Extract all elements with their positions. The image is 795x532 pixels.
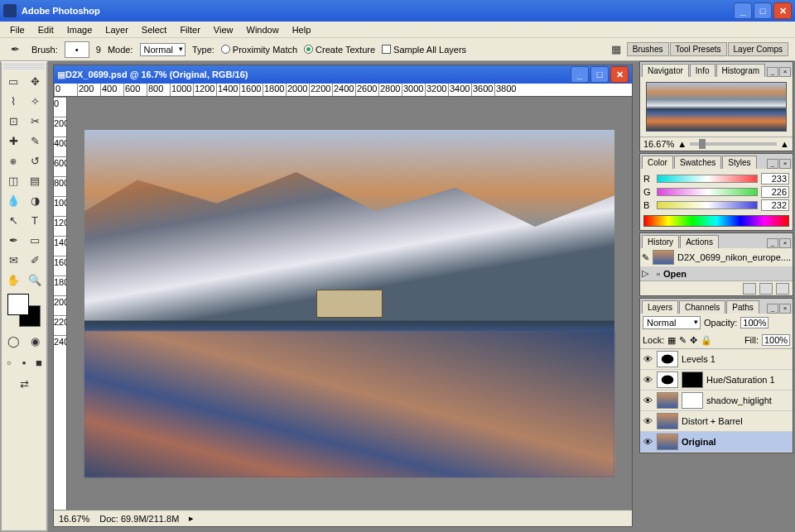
shape-tool[interactable]: ▭ [25, 231, 45, 249]
doc-info-menu[interactable]: ▸ [189, 513, 194, 524]
foreground-color[interactable] [7, 294, 29, 315]
panel-minimize[interactable]: _ [767, 304, 778, 314]
layer-mask-thumb[interactable] [682, 371, 703, 388]
navigator-thumbnail[interactable] [646, 82, 787, 132]
sample-all-checkbox[interactable]: Sample All Layers [382, 45, 466, 55]
visibility-icon[interactable]: 👁 [642, 375, 653, 385]
quickmask-off[interactable]: ◯ [3, 332, 23, 350]
maximize-button[interactable]: □ [754, 2, 772, 19]
menu-layer[interactable]: Layer [99, 23, 135, 36]
gradient-tool[interactable]: ▤ [25, 171, 45, 189]
zoom-level[interactable]: 16.67% [59, 514, 89, 524]
history-snapshot[interactable]: ✎ D2X_0699_nikon_europe.... [640, 248, 793, 266]
tab-layer-comps[interactable]: Layer Comps [728, 42, 788, 56]
visibility-icon[interactable]: 👁 [642, 395, 653, 405]
stamp-tool[interactable]: ⎈ [3, 151, 23, 170]
zoom-in-icon[interactable]: ▲ [780, 139, 789, 149]
panel-close[interactable]: × [779, 159, 791, 169]
marquee-tool[interactable]: ▭ [3, 72, 23, 90]
lock-transparency-icon[interactable]: ▦ [667, 335, 676, 346]
layer-mask-thumb[interactable] [682, 392, 703, 409]
zoom-tool[interactable]: 🔍 [25, 271, 45, 289]
tab-history[interactable]: History [642, 235, 679, 248]
create-texture-radio[interactable]: Create Texture [304, 45, 375, 55]
layer-row[interactable]: 👁 Hue/Saturation 1 [640, 370, 793, 391]
r-value[interactable]: 233 [761, 173, 789, 185]
visibility-icon[interactable]: 👁 [642, 416, 653, 426]
hand-tool[interactable]: ✋ [3, 271, 23, 289]
toolbox-grip[interactable] [3, 64, 45, 70]
history-brush-tool[interactable]: ↺ [25, 151, 45, 170]
brush-tool[interactable]: ✎ [25, 132, 45, 150]
tab-info[interactable]: Info [690, 64, 716, 77]
zoom-out-icon[interactable]: ▲ [677, 139, 687, 149]
minimize-button[interactable]: _ [734, 2, 752, 19]
tab-layers[interactable]: Layers [642, 300, 678, 314]
eyedropper-tool[interactable]: ✐ [25, 251, 45, 269]
history-step[interactable]: ▷ ▫ Open [640, 266, 793, 280]
doc-minimize-button[interactable]: _ [571, 66, 589, 83]
notes-tool[interactable]: ✉ [3, 251, 23, 269]
tab-brushes[interactable]: Brushes [627, 42, 669, 56]
g-slider[interactable] [657, 188, 758, 196]
eraser-tool[interactable]: ◫ [3, 171, 23, 189]
tab-histogram[interactable]: Histogram [716, 64, 766, 77]
color-swatches[interactable] [7, 294, 41, 327]
opacity-value[interactable]: 100% [740, 317, 768, 328]
path-tool[interactable]: ↖ [3, 211, 23, 229]
screenmode-full[interactable]: ■ [32, 353, 46, 371]
new-snapshot-icon[interactable] [759, 283, 773, 295]
menu-filter[interactable]: Filter [173, 23, 206, 36]
doc-maximize-button[interactable]: □ [590, 66, 609, 83]
layer-row[interactable]: 👁 Levels 1 [640, 349, 793, 370]
menu-view[interactable]: View [207, 23, 240, 36]
tab-styles[interactable]: Styles [722, 156, 756, 169]
panel-minimize[interactable]: _ [767, 67, 778, 77]
tab-actions[interactable]: Actions [680, 235, 719, 248]
mode-dropdown[interactable]: Normal [140, 43, 186, 56]
visibility-icon[interactable]: 👁 [642, 354, 653, 364]
tab-navigator[interactable]: Navigator [642, 64, 689, 77]
tab-color[interactable]: Color [642, 156, 673, 169]
lock-position-icon[interactable]: ✥ [690, 335, 697, 346]
lock-paint-icon[interactable]: ✎ [679, 335, 687, 346]
fill-value[interactable]: 100% [762, 334, 790, 346]
new-document-from-state-icon[interactable] [743, 283, 756, 295]
canvas[interactable] [67, 97, 632, 510]
tab-tool-presets[interactable]: Tool Presets [670, 42, 727, 56]
quickmask-on[interactable]: ◉ [25, 332, 45, 350]
g-value[interactable]: 226 [761, 186, 789, 198]
brush-preview[interactable]: • [65, 41, 89, 58]
current-tool-icon[interactable]: ✒ [5, 41, 25, 59]
panel-close[interactable]: × [779, 67, 791, 77]
screenmode-standard[interactable]: ▫ [2, 353, 16, 371]
layer-row[interactable]: 👁 Original [640, 432, 793, 453]
tab-paths[interactable]: Paths [726, 300, 759, 314]
visibility-icon[interactable]: 👁 [642, 437, 653, 447]
layer-row[interactable]: 👁 shadow_higlight [640, 391, 793, 411]
crop-tool[interactable]: ⊡ [3, 112, 23, 130]
slice-tool[interactable]: ✂ [25, 112, 45, 130]
dodge-tool[interactable]: ◑ [25, 191, 45, 209]
history-brush-source-icon[interactable]: ✎ [642, 252, 649, 263]
lock-all-icon[interactable]: 🔒 [701, 335, 712, 346]
blend-mode-dropdown[interactable]: Normal [643, 316, 701, 329]
panel-close[interactable]: × [779, 304, 791, 314]
healing-tool[interactable]: ✚ [3, 132, 23, 150]
blur-tool[interactable]: 💧 [3, 191, 23, 209]
panel-minimize[interactable]: _ [767, 238, 778, 248]
color-spectrum[interactable] [643, 215, 789, 227]
panel-close[interactable]: × [779, 238, 791, 248]
menu-image[interactable]: Image [60, 23, 99, 36]
close-button[interactable]: ✕ [773, 2, 792, 19]
menu-select[interactable]: Select [135, 23, 174, 36]
navigator-zoom-value[interactable]: 16.67% [643, 139, 674, 149]
tab-channels[interactable]: Channels [679, 300, 725, 314]
screenmode-full-menu[interactable]: ▪ [17, 353, 31, 371]
b-value[interactable]: 232 [761, 199, 789, 211]
panel-minimize[interactable]: _ [767, 159, 778, 169]
layer-row[interactable]: 👁 Distort + Barrel [640, 411, 793, 432]
move-tool[interactable]: ✥ [25, 72, 45, 90]
zoom-slider[interactable] [690, 142, 777, 146]
menu-help[interactable]: Help [286, 23, 318, 36]
